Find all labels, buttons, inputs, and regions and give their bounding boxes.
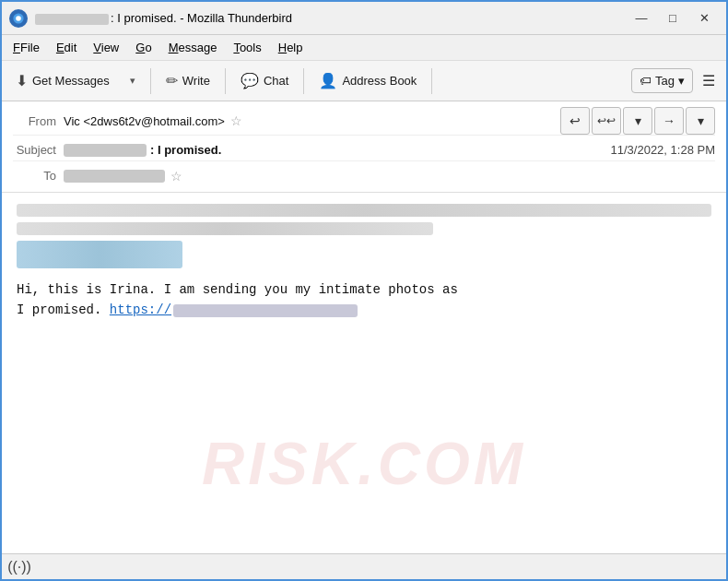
thunderbird-window: : I promised. - Mozilla Thunderbird — □ … bbox=[0, 0, 728, 581]
subject-value: : I promised. bbox=[64, 143, 221, 158]
tag-button[interactable]: 🏷 Tag ▾ bbox=[631, 68, 693, 93]
email-link[interactable]: https:// bbox=[110, 302, 171, 317]
from-label: From bbox=[13, 114, 64, 128]
email-body: Hi, this is Irina. I am sending you my i… bbox=[2, 193, 726, 553]
menu-view[interactable]: View bbox=[86, 38, 126, 57]
subject-redacted bbox=[64, 144, 147, 157]
maximize-button[interactable]: □ bbox=[658, 7, 687, 30]
svg-point-1 bbox=[16, 16, 21, 21]
expand-button[interactable]: ▾ bbox=[623, 107, 652, 135]
menu-go[interactable]: Go bbox=[128, 38, 159, 57]
toolbar: ⬇ Get Messages ▾ ✏ Write 💬 Chat 👤 Addres… bbox=[2, 61, 726, 101]
link-redacted bbox=[173, 304, 358, 317]
to-value-redacted bbox=[64, 170, 165, 183]
email-body-text: Hi, this is Irina. I am sending you my i… bbox=[17, 279, 711, 321]
menu-file[interactable]: FFile bbox=[6, 38, 47, 57]
connection-status-icon: ((·)) bbox=[9, 557, 29, 577]
get-messages-icon: ⬇ bbox=[16, 72, 28, 89]
from-star-icon[interactable]: ☆ bbox=[230, 113, 242, 128]
from-row: From Vic <2dws6t2v@hotmail.com> ☆ ↩ ↩↩ ▾… bbox=[13, 107, 715, 135]
divider-3 bbox=[303, 68, 304, 94]
navigation-buttons: ↩ ↩↩ ▾ → ▾ bbox=[560, 107, 715, 135]
address-book-button[interactable]: 👤 Address Book bbox=[311, 66, 425, 95]
statusbar: ((·)) bbox=[2, 553, 726, 579]
write-button[interactable]: ✏ Write bbox=[158, 66, 218, 95]
close-button[interactable]: ✕ bbox=[689, 7, 719, 30]
timestamp: 11/3/2022, 1:28 PM bbox=[611, 143, 715, 157]
address-book-icon: 👤 bbox=[319, 72, 337, 89]
blur-link-block bbox=[17, 241, 182, 268]
menubar: FFile Edit View Go Message Tools Help bbox=[2, 35, 726, 61]
menu-edit[interactable]: Edit bbox=[49, 38, 84, 57]
tag-dropdown-icon: ▾ bbox=[678, 74, 685, 88]
menu-message[interactable]: Message bbox=[161, 38, 225, 57]
blur-line-1 bbox=[17, 204, 711, 217]
divider-2 bbox=[225, 68, 226, 94]
hamburger-menu-button[interactable]: ☰ bbox=[697, 67, 721, 94]
chat-icon: 💬 bbox=[241, 72, 259, 89]
blurred-header-section bbox=[17, 204, 711, 268]
chat-button[interactable]: 💬 Chat bbox=[232, 66, 297, 95]
email-header: From Vic <2dws6t2v@hotmail.com> ☆ ↩ ↩↩ ▾… bbox=[2, 101, 726, 193]
to-label: To bbox=[13, 169, 64, 183]
divider-1 bbox=[150, 68, 151, 94]
subject-row: Subject : I promised. 11/3/2022, 1:28 PM bbox=[13, 135, 715, 160]
get-messages-dropdown[interactable]: ▾ bbox=[122, 66, 144, 96]
window-title: : I promised. - Mozilla Thunderbird bbox=[35, 11, 627, 25]
get-messages-button[interactable]: ⬇ Get Messages bbox=[7, 66, 118, 95]
minimize-button[interactable]: — bbox=[627, 7, 656, 30]
from-value: Vic <2dws6t2v@hotmail.com> bbox=[64, 114, 225, 128]
app-icon bbox=[9, 9, 28, 28]
blur-line-2 bbox=[17, 222, 433, 235]
to-star-icon[interactable]: ☆ bbox=[170, 169, 182, 184]
menu-tools[interactable]: Tools bbox=[226, 38, 268, 57]
more-button[interactable]: ▾ bbox=[686, 107, 715, 135]
menu-help[interactable]: Help bbox=[271, 38, 311, 57]
tag-icon: 🏷 bbox=[640, 74, 652, 88]
watermark: RISK.COM bbox=[202, 430, 526, 498]
forward-button[interactable]: → bbox=[654, 107, 684, 135]
write-icon: ✏ bbox=[166, 72, 178, 89]
reply-button[interactable]: ↩ bbox=[560, 107, 590, 135]
window-controls: — □ ✕ bbox=[627, 7, 719, 30]
to-row: To ☆ bbox=[13, 160, 715, 186]
reply-all-button[interactable]: ↩↩ bbox=[592, 107, 621, 135]
subject-label: Subject bbox=[13, 143, 64, 157]
divider-4 bbox=[431, 68, 432, 94]
titlebar: : I promised. - Mozilla Thunderbird — □ … bbox=[2, 2, 726, 35]
